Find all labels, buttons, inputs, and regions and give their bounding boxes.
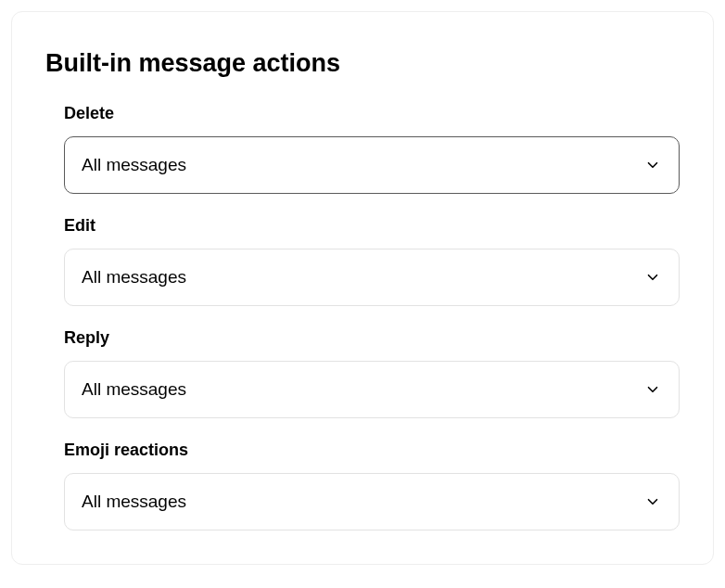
reply-select[interactable]: All messages xyxy=(64,361,680,418)
reply-select-wrap: All messages xyxy=(64,361,680,418)
emoji-select-value: All messages xyxy=(82,492,186,512)
delete-select[interactable]: All messages xyxy=(64,136,680,194)
field-group-edit: Edit All messages xyxy=(45,216,680,306)
edit-select-wrap: All messages xyxy=(64,249,680,306)
message-actions-card: Built-in message actions Delete All mess… xyxy=(11,11,714,565)
delete-select-value: All messages xyxy=(82,155,186,175)
field-group-emoji: Emoji reactions All messages xyxy=(45,441,680,530)
field-group-reply: Reply All messages xyxy=(45,328,680,418)
reply-select-value: All messages xyxy=(82,379,186,400)
edit-select[interactable]: All messages xyxy=(64,249,680,306)
emoji-select[interactable]: All messages xyxy=(64,473,680,530)
edit-label: Edit xyxy=(64,216,680,236)
edit-select-value: All messages xyxy=(82,267,186,288)
emoji-label: Emoji reactions xyxy=(64,441,680,460)
reply-label: Reply xyxy=(64,328,680,348)
delete-label: Delete xyxy=(64,104,680,123)
field-group-delete: Delete All messages xyxy=(45,104,680,194)
delete-select-wrap: All messages xyxy=(64,136,680,194)
emoji-select-wrap: All messages xyxy=(64,473,680,530)
section-title: Built-in message actions xyxy=(45,49,680,78)
